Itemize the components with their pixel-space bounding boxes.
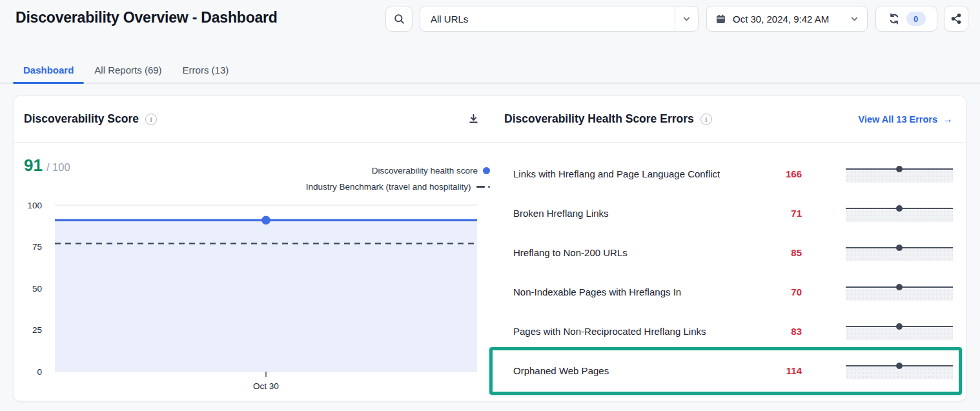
- score-block: 91 / 100: [24, 155, 70, 175]
- error-label: Pages with Non-Reciprocated Hreflang Lin…: [513, 326, 772, 337]
- tab-dashboard[interactable]: Dashboard: [13, 57, 84, 83]
- svg-text:0: 0: [37, 367, 42, 377]
- error-sparkline: [846, 284, 953, 301]
- error-row[interactable]: Links with Hreflang and Page Language Co…: [513, 154, 953, 194]
- score-max: / 100: [46, 161, 70, 174]
- error-count: 85: [772, 247, 802, 258]
- url-filter-value: All URLs: [420, 14, 675, 25]
- error-rows: Links with Hreflang and Page Language Co…: [491, 143, 966, 401]
- svg-text:100: 100: [27, 201, 42, 210]
- sparkline-dot: [896, 363, 903, 369]
- legend-item-health-score[interactable]: Discoverability health score: [372, 166, 490, 175]
- error-row[interactable]: Pages with Non-Reciprocated Hreflang Lin…: [513, 312, 953, 351]
- svg-text:50: 50: [32, 284, 42, 294]
- error-row[interactable]: Non-Indexable Pages with Hreflangs In 70: [513, 272, 953, 312]
- sparkline-dot: [896, 166, 903, 172]
- error-row[interactable]: Broken Hreflang Links 71: [513, 194, 953, 233]
- refresh-icon: [888, 12, 901, 25]
- download-icon[interactable]: [467, 113, 480, 125]
- view-all-errors-link[interactable]: View All 13 Errors →: [858, 114, 953, 125]
- sparkline-dot: [896, 284, 903, 290]
- errors-panel-header: Discoverability Health Score Errors i Vi…: [491, 96, 966, 143]
- calendar-icon: [707, 14, 726, 25]
- error-count: 83: [772, 326, 802, 337]
- error-sparkline: [846, 323, 953, 340]
- search-button[interactable]: [385, 6, 413, 32]
- chart-legend: Discoverability health score Industry Be…: [306, 166, 490, 192]
- score-panel-title: Discoverability Score: [24, 112, 139, 126]
- info-icon[interactable]: i: [700, 114, 712, 125]
- error-sparkline: [846, 166, 953, 183]
- error-count: 70: [772, 286, 802, 297]
- score-value: 91: [24, 155, 43, 175]
- refresh-count-badge: 0: [906, 12, 926, 26]
- chevron-down-icon: [675, 6, 698, 31]
- error-sparkline: [846, 363, 953, 379]
- tab-all-reports[interactable]: All Reports (69): [84, 57, 172, 83]
- url-filter-select[interactable]: All URLs: [420, 6, 699, 32]
- score-panel-header: Discoverability Score i: [14, 96, 491, 143]
- sparkline-dot: [896, 245, 903, 251]
- search-icon: [393, 13, 405, 25]
- arrow-right-icon: →: [943, 114, 953, 125]
- error-count: 71: [772, 208, 802, 219]
- sparkline-dot: [896, 323, 903, 330]
- error-row[interactable]: Orphaned Web Pages 114: [513, 351, 953, 390]
- error-label: Hreflang to Non-200 URLs: [513, 247, 772, 258]
- error-count: 114: [772, 365, 802, 376]
- date-range-value: Oct 30, 2024, 9:42 AM: [726, 14, 850, 25]
- share-icon: [950, 13, 962, 25]
- tab-bar: Dashboard All Reports (69) Errors (13): [0, 57, 980, 84]
- share-button[interactable]: [944, 6, 968, 32]
- legend-dashdot-marker: [476, 186, 491, 188]
- error-sparkline: [846, 245, 953, 261]
- legend-dot-marker: [483, 167, 490, 174]
- error-sparkline: [846, 205, 953, 222]
- score-panel-body: 0255075100Oct 30 91 / 100 Discoverabilit…: [14, 143, 491, 401]
- chevron-down-icon: [850, 14, 867, 24]
- svg-text:75: 75: [32, 242, 42, 252]
- page-title: Discoverability Overview - Dashboard: [15, 9, 278, 26]
- svg-text:25: 25: [32, 325, 42, 335]
- error-label: Non-Indexable Pages with Hreflangs In: [513, 286, 772, 297]
- tab-errors[interactable]: Errors (13): [172, 57, 240, 83]
- error-row[interactable]: Hreflang to Non-200 URLs 85: [513, 233, 953, 272]
- info-icon[interactable]: i: [145, 114, 157, 125]
- svg-text:Oct 30: Oct 30: [253, 381, 279, 391]
- legend-item-benchmark[interactable]: Industry Benchmark (travel and hospitali…: [306, 182, 490, 192]
- dashboard-card: Discoverability Score i Discoverability …: [13, 95, 966, 401]
- refresh-button[interactable]: 0: [875, 6, 937, 32]
- date-range-picker[interactable]: Oct 30, 2024, 9:42 AM: [706, 6, 868, 32]
- error-count: 166: [772, 168, 802, 179]
- error-label: Orphaned Web Pages: [513, 365, 772, 376]
- error-label: Broken Hreflang Links: [513, 208, 772, 219]
- error-label: Links with Hreflang and Page Language Co…: [513, 168, 772, 179]
- sparkline-dot: [896, 205, 903, 212]
- errors-panel-title: Discoverability Health Score Errors: [504, 112, 694, 126]
